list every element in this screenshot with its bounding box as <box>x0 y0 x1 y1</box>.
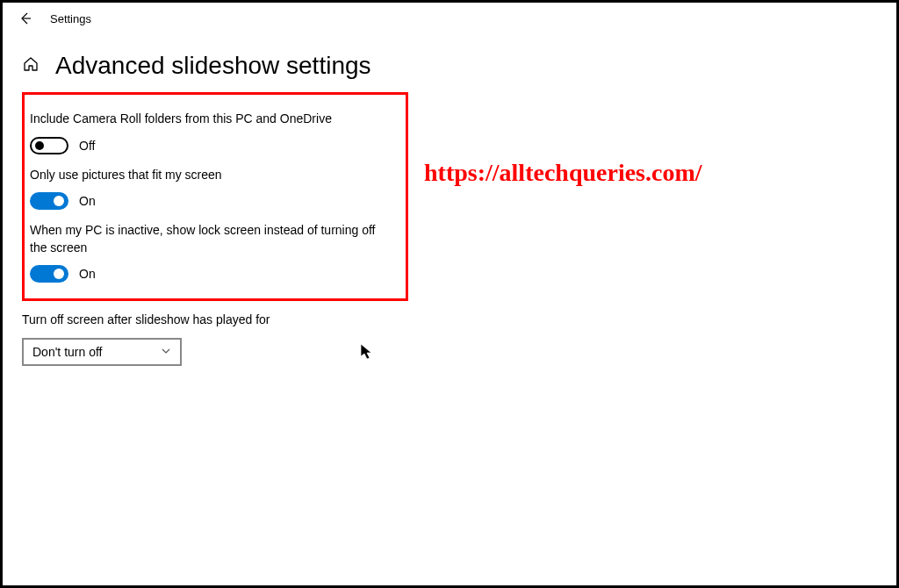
setting-camera-roll: Include Camera Roll folders from this PC… <box>30 111 393 154</box>
toggle-fit-screen[interactable] <box>30 192 68 210</box>
setting-label: Turn off screen after slideshow has play… <box>22 312 877 329</box>
toggle-state-label: On <box>79 194 96 208</box>
toggle-lock-screen[interactable] <box>30 265 68 283</box>
setting-turn-off: Turn off screen after slideshow has play… <box>22 312 877 366</box>
setting-fit-screen: Only use pictures that fit my screen On <box>30 167 393 211</box>
dropdown-selected-value: Don't turn off <box>32 345 102 359</box>
setting-label: Include Camera Roll folders from this PC… <box>30 111 393 128</box>
toggle-knob <box>54 269 64 279</box>
toggle-state-label: Off <box>79 139 95 153</box>
page-title: Advanced slideshow settings <box>55 52 371 80</box>
page-title-row: Advanced slideshow settings <box>3 31 896 92</box>
setting-label: When my PC is inactive, show lock screen… <box>30 222 393 256</box>
toggle-state-label: On <box>79 267 96 281</box>
toggle-knob <box>35 141 44 150</box>
toggle-camera-roll[interactable] <box>30 137 68 154</box>
back-arrow-icon[interactable] <box>18 11 32 25</box>
header-bar: Settings <box>3 3 896 31</box>
header-title: Settings <box>50 12 91 25</box>
watermark-text: https://alltechqueries.com/ <box>424 159 702 187</box>
chevron-down-icon <box>161 345 171 359</box>
home-icon[interactable] <box>22 55 40 76</box>
setting-label: Only use pictures that fit my screen <box>30 167 393 184</box>
setting-lock-screen: When my PC is inactive, show lock screen… <box>30 222 393 283</box>
toggle-knob <box>54 196 64 206</box>
turn-off-dropdown[interactable]: Don't turn off <box>22 338 182 366</box>
highlighted-settings-box: Include Camera Roll folders from this PC… <box>22 92 408 301</box>
